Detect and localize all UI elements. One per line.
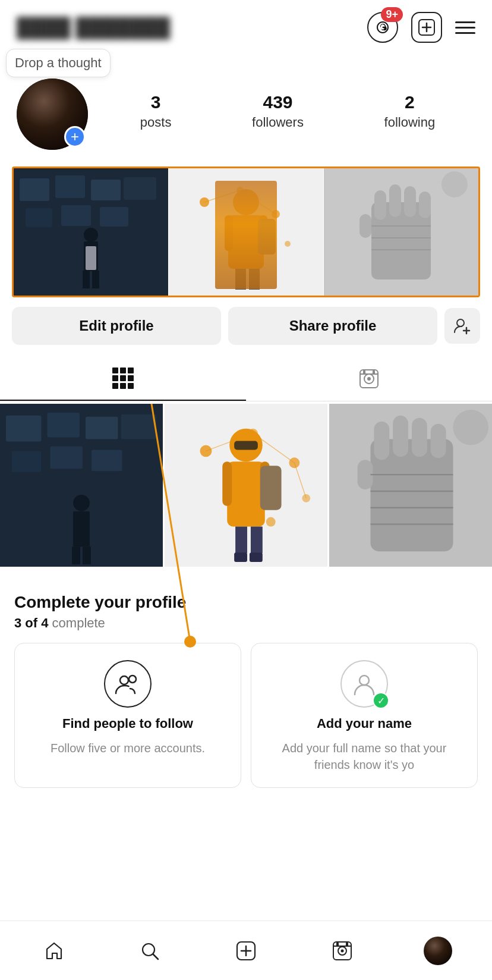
svg-rect-75 — [235, 526, 247, 553]
svg-rect-106 — [336, 943, 339, 946]
svg-line-98 — [153, 954, 158, 959]
svg-rect-52 — [86, 417, 118, 439]
post-thumb-3[interactable] — [324, 168, 478, 296]
stats-row: 3 posts 439 followers 2 following — [100, 92, 475, 130]
header: ████ ███████ 9+ — [0, 0, 492, 49]
svg-rect-58 — [73, 511, 90, 547]
svg-rect-13 — [83, 271, 90, 288]
add-name-icon — [351, 671, 377, 697]
photo-cell-3[interactable] — [329, 404, 492, 567]
svg-rect-8 — [26, 208, 52, 227]
photo-grid — [0, 404, 492, 567]
header-icons: 9+ — [367, 12, 475, 43]
profile-avatar-nav — [424, 937, 452, 965]
svg-point-94 — [120, 676, 128, 684]
svg-rect-71 — [234, 441, 258, 450]
search-icon — [140, 941, 160, 961]
svg-rect-53 — [121, 414, 157, 439]
svg-rect-51 — [47, 413, 80, 438]
svg-rect-6 — [91, 180, 121, 200]
nav-home[interactable] — [30, 933, 78, 969]
find-people-desc: Follow five or more accounts. — [51, 740, 205, 756]
notification-badge: 9+ — [381, 7, 403, 22]
nav-search[interactable] — [126, 933, 174, 969]
svg-point-97 — [143, 944, 154, 956]
svg-rect-9 — [61, 205, 91, 226]
followers-label: followers — [252, 115, 304, 130]
svg-rect-50 — [6, 416, 42, 442]
stat-followers[interactable]: 439 followers — [252, 92, 304, 130]
svg-point-17 — [236, 187, 244, 194]
svg-rect-72 — [227, 461, 265, 526]
svg-point-11 — [84, 228, 98, 242]
share-profile-button[interactable]: Share profile — [228, 307, 437, 345]
tab-reels[interactable] — [246, 357, 492, 401]
card-find-people[interactable]: Find people to follow Follow five or mor… — [14, 643, 241, 788]
complete-profile-section: Complete your profile 3 of 4 complete Fi… — [0, 579, 492, 797]
svg-rect-107 — [346, 943, 348, 946]
svg-point-95 — [129, 676, 136, 683]
svg-point-40 — [457, 319, 464, 326]
svg-rect-28 — [258, 219, 276, 255]
svg-rect-76 — [251, 526, 263, 553]
drop-thought-bubble[interactable]: Drop a thought — [6, 49, 111, 77]
photo-cell-2[interactable] — [165, 404, 327, 567]
hamburger-menu-icon[interactable] — [455, 21, 475, 34]
add-friend-button[interactable] — [444, 308, 480, 344]
svg-point-96 — [359, 676, 369, 685]
stat-following[interactable]: 2 following — [384, 92, 436, 130]
svg-rect-14 — [92, 271, 99, 288]
svg-rect-27 — [249, 269, 260, 290]
tab-grid[interactable] — [0, 357, 246, 401]
svg-rect-86 — [431, 424, 446, 458]
username-text: ████ ███████ — [17, 17, 170, 39]
home-icon — [44, 941, 64, 961]
svg-rect-23 — [228, 215, 264, 269]
svg-rect-85 — [412, 418, 427, 457]
grid-icon — [112, 368, 134, 389]
threads-icon-wrap[interactable]: 9+ — [367, 12, 398, 43]
action-buttons: Edit profile Share profile — [0, 307, 492, 357]
svg-point-57 — [73, 495, 90, 511]
svg-point-19 — [285, 241, 291, 247]
add-name-desc: Add your full name so that your friends … — [263, 740, 465, 773]
add-name-title: Add your name — [317, 716, 412, 731]
svg-rect-55 — [50, 446, 83, 469]
svg-rect-26 — [235, 269, 246, 290]
svg-rect-10 — [100, 207, 128, 227]
svg-rect-54 — [12, 451, 42, 472]
svg-rect-83 — [374, 422, 389, 460]
photo-cell-1[interactable] — [0, 404, 163, 567]
svg-point-104 — [340, 949, 343, 952]
nav-create[interactable] — [222, 933, 270, 969]
add-post-icon[interactable] — [411, 12, 442, 43]
svg-rect-84 — [393, 416, 408, 457]
nav-reels[interactable] — [318, 933, 366, 969]
completed-check-icon: ✓ — [373, 692, 389, 709]
card-add-name-icon-wrap: ✓ — [340, 660, 388, 708]
post-thumb-2[interactable] — [169, 168, 324, 296]
edit-profile-button[interactable]: Edit profile — [12, 307, 221, 345]
following-count: 2 — [405, 92, 415, 112]
svg-rect-34 — [419, 191, 431, 218]
svg-point-45 — [367, 377, 371, 381]
card-add-name[interactable]: ✓ Add your name Add your full name so th… — [251, 643, 478, 788]
svg-rect-4 — [20, 178, 49, 201]
svg-rect-12 — [84, 241, 98, 271]
tab-bar — [0, 357, 492, 401]
svg-rect-25 — [259, 215, 267, 251]
svg-rect-78 — [250, 552, 263, 562]
complete-profile-cards: Find people to follow Follow five or mor… — [14, 643, 478, 788]
avatar-add-button[interactable]: + — [64, 126, 86, 147]
find-people-title: Find people to follow — [62, 716, 193, 731]
svg-rect-32 — [389, 184, 401, 217]
post-thumb-1[interactable] — [14, 168, 169, 296]
following-label: following — [384, 115, 436, 130]
nav-profile[interactable] — [414, 933, 462, 969]
find-people-icon — [115, 671, 141, 697]
stat-posts[interactable]: 3 posts — [140, 92, 172, 130]
svg-rect-59 — [72, 546, 80, 564]
svg-rect-35 — [359, 214, 371, 238]
svg-rect-5 — [55, 175, 85, 198]
svg-rect-56 — [92, 450, 122, 471]
